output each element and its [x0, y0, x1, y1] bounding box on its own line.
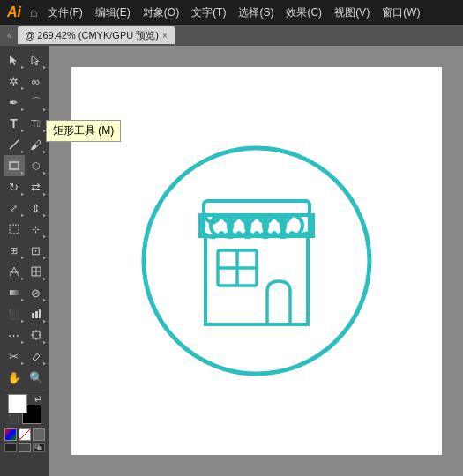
- store-icon: [133, 138, 380, 384]
- artboard-tool[interactable]: ▸: [26, 324, 47, 346]
- svg-rect-2: [10, 225, 19, 234]
- svg-line-3: [10, 267, 14, 276]
- screen-mode-button-3[interactable]: [33, 443, 45, 452]
- svg-rect-8: [35, 311, 38, 318]
- column-graph-tool[interactable]: ▸: [26, 303, 47, 324]
- nav-home-icon[interactable]: ⌂: [30, 5, 37, 19]
- svg-line-4: [14, 267, 19, 276]
- lasso-tool[interactable]: ∞: [26, 71, 47, 92]
- line-tool[interactable]: ▸: [4, 134, 25, 155]
- type-tool[interactable]: T ▸: [4, 113, 25, 134]
- scale-tool[interactable]: ⤢ ▸: [4, 197, 25, 219]
- menu-effect[interactable]: 效果(C): [280, 4, 327, 22]
- slice-tool[interactable]: ✂ ▸: [4, 346, 25, 367]
- tab-close-button[interactable]: ×: [162, 31, 168, 41]
- perspective-grid-tool[interactable]: ▸: [4, 261, 25, 282]
- menu-window[interactable]: 窗口(W): [377, 4, 425, 22]
- screen-mode-row: [4, 443, 45, 452]
- tab-bar: « @ 269.42% (CMYK/GPU 预览) ×: [0, 25, 463, 46]
- main-area: ▸ ▸ ✲ ▸ ∞ ✒ ▸ ⌒ ▸: [0, 46, 463, 476]
- menu-object[interactable]: 对象(O): [138, 4, 184, 22]
- color-mode-buttons: [4, 428, 45, 441]
- shape-builder-tool[interactable]: ⊞ ▸: [4, 240, 25, 261]
- svg-rect-9: [39, 309, 41, 318]
- pen-tool[interactable]: ✒ ▸: [4, 92, 25, 113]
- swap-colors-icon[interactable]: ⇄: [34, 394, 41, 404]
- eraser-tool[interactable]: ▸: [26, 346, 47, 367]
- rotate-tool[interactable]: ↻ ▸: [4, 176, 25, 197]
- canvas-document: [71, 67, 442, 455]
- menu-text[interactable]: 文字(T): [186, 4, 231, 22]
- gradient-tool[interactable]: ▸: [4, 282, 25, 303]
- svg-rect-18: [204, 201, 310, 215]
- screen-mode-button-2[interactable]: [19, 443, 31, 452]
- active-tab[interactable]: @ 269.42% (CMYK/GPU 预览) ×: [18, 26, 175, 44]
- svg-rect-10: [33, 331, 40, 338]
- selection-tool[interactable]: ▸: [4, 49, 25, 71]
- blend-tool[interactable]: ⬛ ▸: [4, 303, 25, 324]
- shaper-tool[interactable]: ⬡ ▸: [26, 155, 47, 176]
- paintbrush-tool[interactable]: 🖌 ▸: [26, 134, 47, 155]
- pattern-color-button[interactable]: [33, 428, 45, 441]
- free-transform-tool[interactable]: [4, 219, 25, 240]
- screen-mode-button-1[interactable]: [4, 443, 17, 452]
- zoom-tool[interactable]: 🔍: [26, 367, 47, 388]
- touch-type-tool[interactable]: T⃟ ▸: [26, 113, 47, 134]
- svg-rect-6: [10, 290, 19, 295]
- reset-colors-icon[interactable]: ⬛: [8, 414, 19, 424]
- puppet-warp-tool[interactable]: ⊹ ▸: [26, 219, 47, 240]
- menu-select[interactable]: 选择(S): [233, 4, 279, 22]
- ai-logo: Ai: [7, 4, 21, 20]
- svg-rect-16: [38, 447, 41, 450]
- toolbar: ▸ ▸ ✲ ▸ ∞ ✒ ▸ ⌒ ▸: [0, 46, 49, 476]
- direct-selection-tool[interactable]: ▸: [26, 49, 47, 71]
- svg-line-0: [10, 140, 19, 149]
- tab-label: @ 269.42% (CMYK/GPU 预览): [25, 29, 159, 42]
- none-color-button[interactable]: [19, 428, 31, 441]
- fill-box[interactable]: [8, 394, 27, 413]
- reflect-tool[interactable]: ⇄ ▸: [26, 176, 47, 197]
- fill-stroke-indicator[interactable]: ⇄ ⬛: [8, 394, 41, 424]
- live-paint-tool[interactable]: ⊡ ▸: [26, 240, 47, 261]
- menu-bar: 文件(F) 编辑(E) 对象(O) 文字(T) 选择(S) 效果(C) 视图(V…: [42, 4, 456, 22]
- canvas-area[interactable]: [49, 46, 463, 476]
- svg-rect-7: [32, 313, 34, 318]
- width-tool[interactable]: ⇕ ▸: [26, 197, 47, 219]
- magic-wand-tool[interactable]: ✲ ▸: [4, 71, 25, 92]
- solid-color-button[interactable]: [4, 428, 17, 441]
- title-bar: Ai ⌂ 文件(F) 编辑(E) 对象(O) 文字(T) 选择(S) 效果(C)…: [0, 0, 463, 25]
- menu-view[interactable]: 视图(V): [329, 4, 375, 22]
- hand-tool[interactable]: ✋: [4, 367, 25, 388]
- symbol-spray-tool[interactable]: ⋯ ▸: [4, 324, 25, 346]
- mesh-tool[interactable]: ▸: [26, 261, 47, 282]
- toolbar-divider: [5, 390, 44, 390]
- rectangle-tool[interactable]: ▸: [4, 155, 25, 176]
- eyedropper-tool[interactable]: ⊘ ▸: [26, 282, 47, 303]
- curvature-tool[interactable]: ⌒ ▸: [26, 92, 47, 113]
- menu-file[interactable]: 文件(F): [42, 4, 87, 22]
- tab-arrow[interactable]: «: [4, 30, 16, 41]
- svg-rect-1: [10, 162, 19, 169]
- menu-edit[interactable]: 编辑(E): [90, 4, 136, 22]
